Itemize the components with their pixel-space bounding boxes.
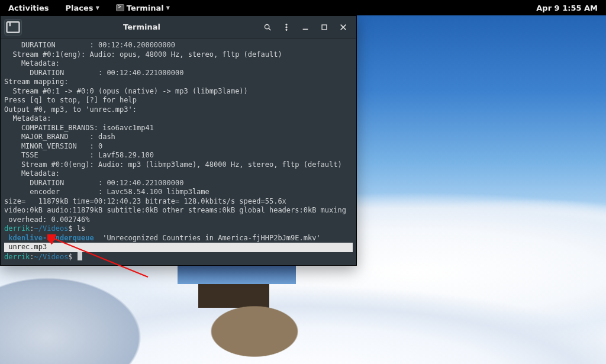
ls-file-entry: 'Unrecognized Countries in America-fjHHP…: [94, 234, 321, 242]
minimize-button[interactable]: [299, 21, 311, 33]
prompt-sep: :: [30, 224, 34, 233]
svg-point-2: [265, 24, 269, 28]
desktop: Activities Places ▼ Terminal ▼ Apr 9 1:5…: [0, 0, 606, 364]
cmd-text: ls: [77, 224, 85, 233]
prompt-user: derrik: [4, 224, 30, 233]
term-line: TSSE : Lavf58.29.100: [4, 151, 154, 159]
svg-point-4: [286, 24, 287, 25]
maximize-button[interactable]: [318, 21, 330, 33]
terminal-icon: [116, 4, 124, 11]
ls-file-entry-highlighted: unrec.mp3: [4, 243, 353, 252]
term-line: DURATION : 00:12:40.200000000: [4, 41, 175, 49]
term-line: COMPATIBLE_BRANDS: iso6avc1mp41: [4, 124, 154, 132]
term-line: video:0kB audio:11879kB subtitle:0kB oth…: [4, 206, 346, 214]
term-line: encoder : Lavc58.54.100 libmp3lame: [4, 188, 209, 196]
places-label: Places: [66, 4, 94, 12]
maximize-icon: [320, 23, 328, 31]
appmenu-label: Terminal: [127, 4, 164, 12]
term-line: Press [q] to stop, [?] for help: [4, 96, 137, 104]
close-button[interactable]: [337, 21, 349, 33]
activities-label: Activities: [8, 4, 49, 12]
prompt-user: derrik: [4, 253, 30, 261]
minimize-icon: [301, 23, 310, 31]
ls-dir-entry: kdenlive-renderqueue: [4, 234, 94, 242]
appmenu-terminal[interactable]: Terminal ▼: [112, 4, 173, 12]
term-line: Stream #0:1(eng): Audio: opus, 48000 Hz,…: [4, 50, 282, 59]
prompt-dollar: $: [68, 224, 76, 233]
clock-label: Apr 9 1:55 AM: [536, 4, 598, 12]
search-icon: [263, 23, 272, 31]
term-line: DURATION : 00:12:40.221000000: [4, 179, 183, 187]
prompt-path: ~/Videos: [34, 253, 69, 261]
terminal-output[interactable]: DURATION : 00:12:40.200000000 Stream #0:…: [1, 38, 356, 265]
term-line: overhead: 0.002746%: [4, 215, 90, 224]
term-line: Metadata:: [4, 169, 60, 178]
prompt-dollar: $: [68, 253, 76, 261]
menu-button[interactable]: [281, 21, 292, 33]
clock[interactable]: Apr 9 1:55 AM: [533, 4, 601, 12]
svg-point-6: [286, 29, 287, 30]
window-title: Terminal: [22, 22, 262, 31]
window-titlebar[interactable]: Terminal: [1, 16, 356, 38]
term-line: size= 11879kB time=00:12:40.23 bitrate= …: [4, 197, 286, 205]
places-menu[interactable]: Places ▼: [62, 4, 103, 12]
search-button[interactable]: [262, 21, 273, 33]
svg-point-5: [286, 26, 287, 27]
terminal-window: Terminal DURATION :: [0, 15, 357, 266]
svg-rect-0: [7, 22, 20, 33]
chevron-down-icon: ▼: [166, 5, 170, 11]
term-line: MINOR_VERSION : 0: [4, 142, 102, 150]
term-line: Metadata:: [4, 59, 60, 67]
term-line: Output #0, mp3, to 'unrec.mp3':: [4, 105, 137, 114]
chevron-down-icon: ▼: [96, 5, 99, 11]
term-line: DURATION : 00:12:40.221000000: [4, 69, 183, 77]
kebab-menu-icon: [282, 23, 291, 31]
term-line: Stream #0:0(eng): Audio: mp3 (libmp3lame…: [4, 160, 342, 169]
prompt-sep: :: [30, 253, 34, 261]
term-line: Metadata:: [4, 114, 51, 123]
new-tab-button[interactable]: [4, 19, 22, 36]
svg-rect-8: [322, 25, 327, 30]
term-line: Stream #0:1 -> #0:0 (opus (native) -> mp…: [4, 87, 248, 95]
svg-line-3: [269, 28, 270, 30]
prompt-path: ~/Videos: [34, 224, 69, 233]
close-icon: [339, 23, 347, 31]
term-line: Stream mapping:: [4, 78, 68, 86]
term-line: MAJOR_BRAND : dash: [4, 133, 115, 141]
new-tab-icon: [5, 19, 21, 36]
gnome-top-bar: Activities Places ▼ Terminal ▼ Apr 9 1:5…: [0, 0, 606, 15]
activities-button[interactable]: Activities: [5, 4, 53, 12]
terminal-cursor: [78, 252, 82, 260]
